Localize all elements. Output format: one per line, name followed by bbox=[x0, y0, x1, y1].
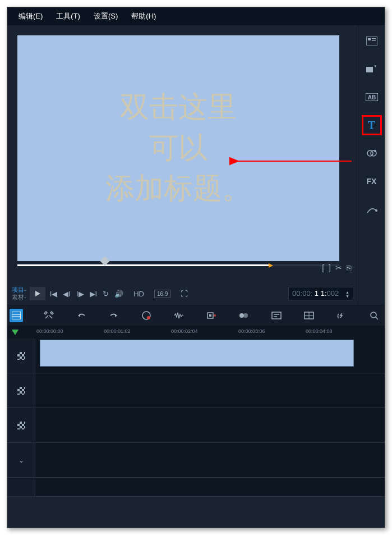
goto-end-icon[interactable]: ▶I bbox=[90, 290, 98, 298]
timeline-toolbar bbox=[7, 305, 385, 326]
menubar: 编辑(E) 工具(T) 设置(S) 帮助(H) bbox=[7, 7, 385, 25]
snapshot-icon[interactable]: ⎘ bbox=[347, 263, 351, 272]
svg-rect-7 bbox=[366, 67, 373, 72]
overlay-panel-icon[interactable] bbox=[362, 143, 382, 163]
audio-track[interactable] bbox=[7, 478, 385, 497]
svg-point-32 bbox=[371, 312, 376, 318]
svg-point-24 bbox=[239, 313, 244, 318]
title-track-header[interactable]: ⌄ bbox=[7, 443, 35, 477]
timeline-tracks: ⌄ bbox=[7, 339, 385, 497]
ruler-tick: 00:00:03:06 bbox=[238, 328, 265, 334]
fx-panel-icon[interactable]: FX bbox=[362, 171, 382, 191]
crop-icon[interactable]: ⛶ bbox=[181, 290, 188, 298]
video-track-header[interactable] bbox=[7, 339, 35, 373]
playback-bar: 项目- 素材- I◀ ◀I I▶ ▶I ↻ 🔊 HD 16:9 ⛶ bbox=[7, 282, 358, 305]
next-frame-icon[interactable]: I▶ bbox=[76, 290, 84, 298]
annotation-arrow bbox=[229, 156, 352, 167]
video-track[interactable] bbox=[7, 339, 385, 373]
loop-icon[interactable]: ↻ bbox=[103, 290, 109, 298]
play-button[interactable] bbox=[30, 287, 45, 300]
mark-in-icon[interactable]: [ bbox=[322, 263, 324, 272]
svg-rect-26 bbox=[272, 312, 281, 319]
svg-rect-22 bbox=[209, 314, 211, 317]
svg-point-13 bbox=[375, 209, 377, 212]
svg-text:AB: AB bbox=[367, 94, 375, 100]
svg-marker-17 bbox=[78, 314, 80, 317]
storyboard-view-icon[interactable] bbox=[10, 309, 23, 322]
chapter-icon[interactable] bbox=[205, 309, 218, 322]
svg-rect-4 bbox=[368, 38, 371, 40]
svg-point-25 bbox=[243, 313, 248, 318]
speed-icon[interactable] bbox=[335, 309, 348, 322]
timecode-display[interactable]: 00:00: 1 1:002 ▲▼ bbox=[288, 287, 353, 300]
overlay-track-header[interactable] bbox=[7, 408, 35, 442]
multicam-icon[interactable] bbox=[302, 309, 316, 322]
visibility-toggle-icon[interactable] bbox=[17, 387, 25, 395]
title-icon: T bbox=[368, 119, 375, 132]
motion-path-panel-icon[interactable] bbox=[362, 199, 382, 220]
title-placeholder-line3[interactable]: 添加标题。 bbox=[105, 168, 251, 209]
video-clip[interactable] bbox=[40, 340, 354, 367]
ab-panel-icon[interactable]: AB bbox=[362, 87, 382, 107]
subtitle-icon[interactable] bbox=[270, 309, 283, 322]
menu-tools[interactable]: 工具(T) bbox=[56, 11, 80, 21]
svg-point-20 bbox=[147, 316, 150, 319]
ruler-tick: 00:00:04:08 bbox=[306, 328, 333, 334]
right-toolbar: AB T FX bbox=[358, 25, 385, 305]
title-placeholder-line2[interactable]: 可以 bbox=[149, 128, 207, 169]
svg-rect-3 bbox=[366, 36, 377, 45]
overlay-track-2[interactable] bbox=[7, 408, 385, 443]
chevron-down-icon[interactable]: ⌄ bbox=[19, 456, 24, 464]
svg-rect-14 bbox=[12, 312, 21, 319]
svg-rect-5 bbox=[372, 38, 376, 39]
undo-icon[interactable] bbox=[75, 309, 88, 322]
marker-controls: [ ] ✂ ⎘ bbox=[322, 263, 351, 272]
overlay-track-header[interactable] bbox=[7, 373, 35, 408]
menu-edit[interactable]: 编辑(E) bbox=[19, 11, 43, 21]
svg-point-23 bbox=[214, 314, 216, 317]
svg-marker-18 bbox=[115, 314, 117, 317]
media-panel-icon[interactable] bbox=[362, 31, 382, 51]
ruler-tick: 00:00:01:02 bbox=[104, 328, 131, 334]
timecode-spinner[interactable]: ▲▼ bbox=[345, 290, 349, 298]
menu-settings[interactable]: 设置(S) bbox=[94, 11, 118, 21]
transitions-panel-icon[interactable] bbox=[362, 59, 382, 79]
title-placeholder-line1[interactable]: 双击这里 bbox=[120, 87, 237, 128]
mode-clip[interactable]: 素材- bbox=[12, 294, 26, 301]
zoom-icon[interactable] bbox=[367, 309, 381, 322]
svg-rect-6 bbox=[372, 40, 376, 41]
timeline-ruler[interactable]: 00:00:00:00 00:00:01:02 00:00:02:04 00:0… bbox=[7, 326, 385, 339]
track-motion-icon[interactable] bbox=[237, 309, 251, 322]
ruler-tick: 00:00:02:04 bbox=[171, 328, 198, 334]
playhead-icon[interactable] bbox=[12, 330, 19, 335]
goto-start-icon[interactable]: I◀ bbox=[50, 290, 58, 298]
volume-icon[interactable]: 🔊 bbox=[114, 290, 123, 298]
audio-track-header[interactable] bbox=[7, 478, 35, 496]
visibility-toggle-icon[interactable] bbox=[17, 422, 25, 429]
split-icon[interactable]: ✂ bbox=[335, 263, 342, 272]
svg-point-12 bbox=[374, 150, 376, 152]
ruler-tick: 00:00:00:00 bbox=[36, 328, 63, 334]
preview-canvas[interactable]: 双击这里 可以 添加标题。 bbox=[17, 35, 339, 261]
aspect-ratio[interactable]: 16:9 bbox=[154, 290, 170, 298]
redo-icon[interactable] bbox=[107, 309, 121, 322]
title-track[interactable]: ⌄ bbox=[7, 443, 385, 478]
overlay-track-1[interactable] bbox=[7, 373, 385, 408]
prev-frame-icon[interactable]: ◀I bbox=[63, 290, 71, 298]
title-panel-button[interactable]: T bbox=[362, 115, 382, 135]
hd-label[interactable]: HD bbox=[133, 290, 144, 298]
mode-project[interactable]: 项目- bbox=[12, 286, 26, 294]
tools-icon[interactable] bbox=[42, 309, 56, 322]
svg-line-33 bbox=[376, 317, 378, 319]
svg-marker-2 bbox=[35, 291, 40, 296]
audio-mixer-icon[interactable] bbox=[172, 309, 186, 322]
preview-section: ⋮⋮⋮ 双击这里 可以 添加标题。 bbox=[7, 25, 358, 305]
record-icon[interactable] bbox=[140, 309, 153, 322]
menu-help[interactable]: 帮助(H) bbox=[131, 11, 156, 21]
mark-out-icon[interactable]: ] bbox=[329, 263, 331, 272]
preview-scrubber[interactable] bbox=[17, 259, 339, 270]
visibility-toggle-icon[interactable] bbox=[17, 352, 25, 360]
